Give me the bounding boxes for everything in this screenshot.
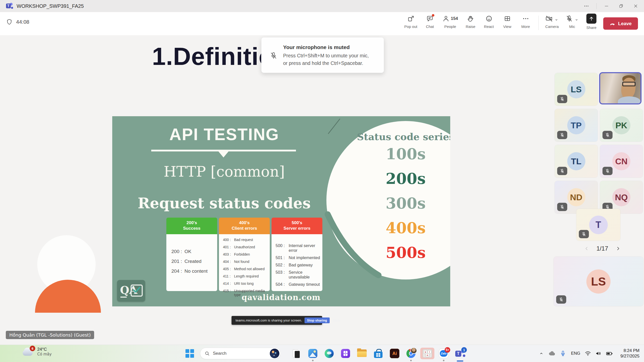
- running-indicator: [312, 360, 314, 361]
- edge-browser-icon: [325, 349, 334, 358]
- avatar: ND: [567, 188, 585, 206]
- meeting-timer-value: 44:08: [16, 19, 29, 25]
- table-row: 200 :OK: [171, 249, 213, 254]
- participant-tile-tl[interactable]: TL: [555, 145, 598, 178]
- titlebar-more-button[interactable]: [579, 0, 594, 12]
- microphone-tray-icon[interactable]: [557, 350, 569, 357]
- avatar: LS: [567, 80, 585, 98]
- people-button[interactable]: 154 People: [442, 15, 458, 29]
- weather-widget[interactable]: 6 24°C Có mây: [22, 347, 52, 356]
- taskbar-app-clipchamp[interactable]: [338, 348, 353, 359]
- table-row: 501 :Not implemented: [276, 255, 320, 260]
- react-button[interactable]: React: [483, 15, 495, 29]
- table-row: 404 :Not found: [223, 260, 267, 264]
- mic-chevron-icon[interactable]: [574, 18, 579, 22]
- language-indicator[interactable]: ENG: [569, 351, 583, 356]
- camera-off-icon: [545, 15, 553, 22]
- table-row: 411 :Length required: [223, 274, 267, 278]
- participant-tile-cn[interactable]: CN: [600, 145, 643, 178]
- taskbar-app-chrome[interactable]: [404, 348, 418, 359]
- browser-share-bar: teams.microsoft.com is sharing your scre…: [232, 316, 322, 325]
- file-explorer-icon: [357, 349, 367, 357]
- hide-share-bar-link[interactable]: Hide: [333, 318, 340, 322]
- table-row: 500 :Internal server error: [276, 243, 320, 253]
- clock-time: 8:24 PM: [620, 348, 639, 353]
- taskbar-app-unikey[interactable]: uin: [420, 348, 434, 359]
- leave-button[interactable]: Leave: [603, 17, 638, 30]
- stop-sharing-button[interactable]: Stop sharing: [305, 317, 329, 323]
- table-row: 400 :Bad request: [223, 238, 267, 242]
- teams-meeting-window: WORKSHOP_SWP391_FA25 44:08 Pop out Chat: [0, 0, 644, 362]
- taskbar-app-zalo[interactable]: Zalo 5+: [437, 348, 451, 359]
- checkmark-icon: [132, 285, 141, 294]
- pager-previous-icon[interactable]: [583, 245, 590, 252]
- participant-tile-t[interactable]: T: [576, 209, 620, 241]
- people-count: 154: [451, 16, 458, 21]
- table-header-400s: 400'sClient errors: [219, 218, 270, 234]
- onedrive-tray-icon[interactable]: [546, 350, 557, 357]
- taskbar-app-store[interactable]: [371, 348, 385, 359]
- people-icon: [442, 15, 449, 22]
- share-icon: [586, 14, 596, 24]
- participant-tile-ls[interactable]: LS: [555, 73, 598, 106]
- wifi-tray-icon[interactable]: [583, 350, 593, 357]
- toast-title: Your microphone is muted: [283, 44, 350, 50]
- share-button[interactable]: Share: [586, 15, 597, 30]
- weather-cloud-icon: 6: [22, 347, 34, 356]
- participant-video-tile-active-speaker[interactable]: [599, 72, 641, 104]
- camera-button[interactable]: Camera: [545, 15, 559, 29]
- circle-brush-stroke: [321, 209, 387, 282]
- slide-website: qavalidation.com: [242, 293, 321, 302]
- avatar: CN: [612, 152, 630, 170]
- mic-off-icon: [565, 15, 573, 22]
- pager-next-icon[interactable]: [615, 245, 621, 252]
- tray-overflow-chevron[interactable]: [536, 351, 546, 356]
- taskbar-app-teams[interactable]: T 1: [453, 348, 467, 359]
- taskbar-app-illustrator[interactable]: Ai: [388, 348, 402, 359]
- mic-button[interactable]: Mic: [565, 15, 579, 29]
- running-indicator: [443, 360, 444, 361]
- search-daily-image: [270, 349, 279, 358]
- window-titlebar: WORKSHOP_SWP391_FA25: [0, 0, 644, 12]
- titlebar-divider: [596, 3, 597, 9]
- avatar: T: [589, 216, 608, 234]
- toast-mic-off-icon: [270, 52, 278, 60]
- participant-tile-pk[interactable]: PK: [600, 109, 643, 142]
- microsoft-store-icon: [374, 349, 383, 358]
- api-testing-slide-image: API TESTING HTTP [common] Request status…: [112, 116, 450, 306]
- qa-checkbox: [131, 285, 143, 297]
- popout-button[interactable]: Pop out: [404, 15, 418, 29]
- taskbar-app-edge[interactable]: [322, 348, 336, 359]
- react-smiley-icon: [485, 15, 493, 22]
- battery-tray-icon[interactable]: [604, 350, 615, 357]
- view-button[interactable]: View: [502, 15, 513, 29]
- table-row: 405 :Method not allowed: [223, 267, 267, 271]
- weather-alert-badge: 6: [30, 346, 35, 351]
- table-body-200s: 200 :OK 201 :Created 204 :No content: [166, 234, 217, 291]
- raise-hand-button[interactable]: Raise: [465, 15, 476, 29]
- meeting-timer: 44:08: [6, 19, 29, 25]
- shield-icon: [6, 19, 13, 25]
- table-row: 414 :URI too long: [223, 281, 267, 286]
- table-row: 503 :Service unavailable: [276, 270, 320, 279]
- toast-line-1: Press Ctrl+Shift+M to unmute your mic,: [283, 53, 369, 59]
- taskbar-app-pages[interactable]: [289, 348, 304, 359]
- start-button[interactable]: [185, 349, 194, 358]
- minimize-button[interactable]: [599, 0, 614, 12]
- participant-tile-tp[interactable]: TP: [555, 109, 598, 142]
- chat-button[interactable]: Chat: [424, 15, 436, 29]
- taskbar-clock[interactable]: 8:24 PM 9/27/2025: [620, 348, 639, 359]
- table-row: 504 :Gateway timeout: [276, 282, 320, 287]
- restore-button[interactable]: [614, 0, 628, 12]
- avatar: NQ: [612, 188, 630, 206]
- volume-tray-icon[interactable]: [593, 350, 604, 357]
- camera-chevron-icon[interactable]: [554, 18, 559, 22]
- taskbar-app-file-explorer[interactable]: [355, 348, 369, 359]
- close-button[interactable]: [628, 0, 643, 12]
- weather-condition: Có mây: [37, 352, 52, 356]
- taskbar-search[interactable]: Search: [200, 348, 281, 359]
- taskbar-app-photos[interactable]: [306, 348, 320, 359]
- participant-tile-ls-large[interactable]: LS: [554, 257, 643, 306]
- table-row: 403 :Forbidden: [223, 252, 267, 256]
- more-button[interactable]: More: [520, 15, 532, 29]
